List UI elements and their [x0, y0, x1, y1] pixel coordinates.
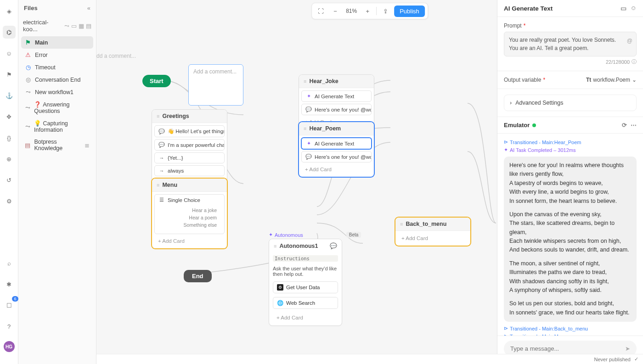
comment-ghost: dd a comment... [96, 53, 136, 59]
rail-settings-icon[interactable]: ⚙ [3, 195, 16, 207]
rail-help-icon[interactable]: ? [3, 320, 16, 333]
add-card[interactable]: Add Card [273, 313, 338, 323]
project-action-icon[interactable]: ⤳ [64, 22, 69, 29]
info-icon[interactable]: ⓘ [632, 58, 637, 65]
at-icon[interactable]: @ [627, 37, 632, 45]
prompt-input[interactable]: You are really great poet. You love Sonn… [504, 32, 637, 56]
prompt-label: Prompt [504, 22, 522, 29]
project-table-icon[interactable]: ▦ [79, 22, 84, 29]
rail-puzzle-icon[interactable]: ✥ [3, 110, 16, 123]
rail-braces-icon[interactable]: {} [3, 131, 16, 144]
rail-history-icon[interactable]: ↺ [3, 174, 16, 186]
node-title: Back_to_menu [406, 221, 446, 227]
tool-row[interactable]: ⚙Get User Data [273, 281, 338, 293]
card[interactable]: ✦AI Generate Text [301, 90, 372, 102]
rail-globe-icon[interactable]: ⊕ [3, 152, 16, 165]
card[interactable]: →always [154, 165, 225, 176]
zoom-in-icon[interactable]: + [361, 5, 373, 17]
add-card[interactable]: Add Card [301, 164, 372, 174]
chevron-down-icon: ⌄ [632, 77, 637, 83]
robot-icon[interactable]: ☺ [630, 5, 637, 12]
project-folder-icon[interactable]: ▭ [71, 22, 77, 29]
panel-header: AI Generate Text ▭ ☺ [497, 0, 643, 17]
rail-bookmark-icon[interactable]: ⚑ [3, 68, 16, 81]
outvar-label: Output variable [504, 77, 541, 83]
rail-workflows-icon[interactable]: ⌬ [3, 26, 16, 39]
end-node[interactable]: End [184, 270, 212, 282]
message-input[interactable] [510, 345, 625, 352]
send-icon[interactable]: ➤ [625, 345, 630, 352]
publish-button[interactable]: Publish [394, 6, 425, 17]
files-panel: Files « electrical-koo... ⤳ ▭ ▦ ▤ ⚑Main⚠… [18, 0, 96, 364]
card[interactable]: 💬I'm a super powerful chatbot. You ... [154, 139, 225, 151]
book-icon: ▤ [25, 142, 30, 149]
card[interactable]: →{Yet...} [154, 152, 225, 163]
rail-anchor-icon[interactable]: ⚓ [3, 89, 16, 102]
zoom-out-icon[interactable]: − [329, 5, 341, 17]
card-single-choice[interactable]: ☰Single Choice Hear a joke Hear a poem S… [154, 194, 225, 234]
card[interactable]: 💬Here's one for you! @workflow.Joke2 [301, 104, 372, 115]
file-label: Timeout [35, 64, 56, 71]
file-item[interactable]: ◷Timeout [21, 61, 93, 73]
export-icon[interactable]: ⇪ [379, 5, 391, 17]
file-label: Botpress Knowledge [34, 139, 81, 151]
emulator-body[interactable]: ⊳Transitioned - Main:Hear_Poem ✦AI Task … [497, 134, 643, 336]
warn-icon: ⚠ [25, 51, 31, 58]
check-icon: ✓ [634, 356, 638, 362]
file-item[interactable]: ⤳New workflow1 [21, 86, 93, 98]
card[interactable]: 💬👋 Hello! Let's get things started. [154, 125, 225, 137]
more-icon[interactable]: ⋯ [631, 122, 637, 129]
rail-search-icon[interactable]: ⌕ [3, 257, 16, 269]
tool-row[interactable]: 🌐Web Search [273, 297, 338, 309]
project-book-icon[interactable]: ▤ [86, 22, 91, 29]
clock-icon: ◷ [25, 64, 31, 71]
file-label: New workflow1 [35, 89, 73, 95]
node-title: Hear_Joke [309, 78, 338, 84]
card-ai-generate-text[interactable]: ✦AI Generate Text [301, 138, 372, 149]
trace-line: ⊳Transitioned - Main:Hear_Poem [504, 138, 637, 146]
beta-badge: Beta [346, 232, 361, 238]
icon-rail: ◈ ⌬ ☺ ⚑ ⚓ ✥ {} ⊕ ↺ ⚙ ⌕ ✱ ☐6 ? HG [0, 0, 18, 364]
rail-asterisk-icon[interactable]: ✱ [3, 278, 16, 291]
video-icon[interactable]: ▭ [620, 5, 626, 12]
project-row[interactable]: electrical-koo... ⤳ ▭ ▦ ▤ [18, 16, 96, 35]
publish-status: Never published [594, 357, 631, 362]
file-item[interactable]: ⚠Error [21, 49, 93, 61]
char-count: 22/128000 [606, 59, 630, 65]
file-list: ⚑Main⚠Error◷Timeout◎Conversation End⤳New… [18, 35, 96, 155]
rail-inbox-icon[interactable]: ☐6 [3, 299, 16, 312]
node-menu[interactable]: ≡Menu ☰Single Choice Hear a joke Hear a … [152, 178, 227, 249]
file-item[interactable]: ◎Conversation End [21, 73, 93, 86]
collapse-panel-icon[interactable]: « [87, 5, 90, 11]
file-item[interactable]: ⤳❓ Answering Questions [21, 98, 93, 117]
node-hear-poem[interactable]: ≡Hear_Poem ✦AI Generate Text 💬Here's one… [299, 122, 374, 177]
add-card[interactable]: Add Card [398, 233, 468, 243]
avatar[interactable]: HG [4, 341, 15, 352]
node-autonomous[interactable]: ≡Autonomous1💬 Instructions Ask the user … [269, 239, 342, 326]
files-header: Files « [18, 0, 96, 16]
logo-icon[interactable]: ◈ [3, 5, 16, 17]
file-label: Error [35, 52, 48, 58]
node-title: Greetings [162, 113, 189, 119]
instructions-label: Instructions [273, 255, 338, 262]
node-back-to-menu[interactable]: ≡Back_to_menu Add Card [395, 217, 471, 246]
comment-box[interactable]: Add a comment... [188, 64, 243, 106]
add-card[interactable]: Add Card [154, 236, 225, 246]
panel-title: AI Generate Text [504, 5, 553, 12]
file-item[interactable]: ⤳💡 Capturing Information [21, 117, 93, 136]
output-variable-select[interactable]: Tt workflow.Poem ⌄ [586, 77, 637, 83]
file-item[interactable]: ▤Botpress Knowledge≣ [21, 136, 93, 154]
rail-bot-icon[interactable]: ☺ [3, 47, 16, 60]
emulator: Emulator ⟳ ⋯ ⊳Transitioned - Main:Hear_P… [497, 117, 643, 364]
advanced-settings-toggle[interactable]: › Advanced Settings [504, 95, 637, 111]
instructions-text: Ask the user what they'd like then help … [273, 265, 338, 280]
refresh-icon[interactable]: ⟳ [622, 122, 627, 129]
start-node[interactable]: Start [142, 75, 171, 87]
card[interactable]: 💬Here's one for you! @workflow.Poem [301, 151, 372, 162]
files-title: Files [24, 5, 38, 11]
emulator-title: Emulator [504, 122, 530, 129]
rail-badge: 6 [12, 296, 18, 302]
trace-line: ✦AI Task Completed – 3012ms [504, 146, 637, 154]
fullscreen-icon[interactable]: ⛶ [315, 5, 327, 17]
file-item[interactable]: ⚑Main [21, 36, 93, 49]
